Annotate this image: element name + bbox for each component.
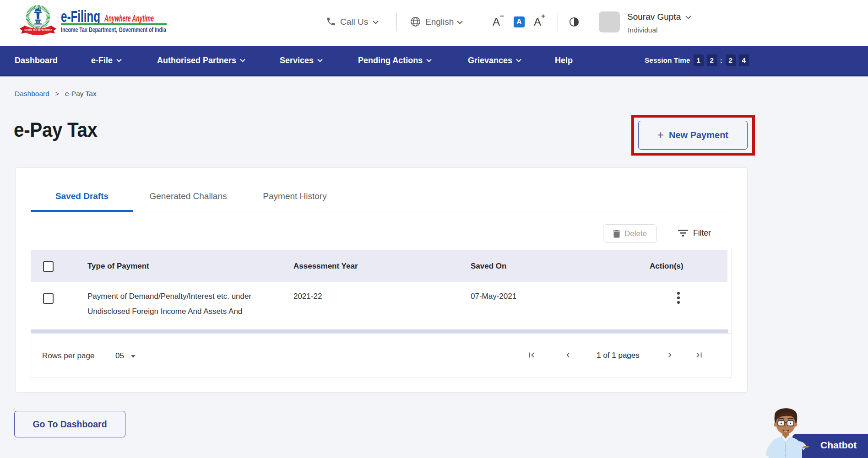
language-chevron-icon (457, 21, 463, 24)
cell-type-of-payment: Payment of Demand/Penalty/Interest etc. … (75, 282, 293, 329)
session-digit: 2 (707, 54, 717, 66)
nav-grievances[interactable]: Grievances (468, 46, 521, 75)
col-assessment-year: Assessment Year (293, 262, 471, 271)
breadcrumb-current: e-Pay Tax (65, 90, 97, 98)
breadcrumb: Dashboard > e-Pay Tax (15, 90, 97, 98)
brand-wordmark: e-Filing Anywhere Anytime Income Tax Dep… (61, 9, 173, 36)
first-page-button[interactable] (526, 350, 537, 360)
table-row: Payment of Demand/Penalty/Interest etc. … (31, 282, 732, 329)
main-navbar: Dashboard e-File Authorised Partners Ser… (0, 46, 868, 76)
horizontal-scrollbar[interactable] (31, 329, 728, 333)
brand-subtitle-text: Income Tax Department, Government of Ind… (61, 26, 167, 33)
col-saved-on: Saved On (471, 262, 650, 271)
svg-text:INCOME TAX DEPARTMENT: INCOME TAX DEPARTMENT (24, 29, 52, 31)
table-header-row: Type of Payment Assessment Year Saved On… (31, 250, 732, 282)
session-digit: 1 (694, 54, 704, 66)
page: INCOME TAX DEPARTMENT e-Filing Anywhere … (0, 0, 868, 458)
nav-dashboard[interactable]: Dashboard (15, 46, 58, 75)
tabs-divider (31, 212, 733, 212)
chevron-down-icon (426, 59, 432, 62)
nav-help[interactable]: Help (555, 46, 573, 75)
new-payment-label: New Payment (669, 130, 728, 140)
phone-icon (326, 16, 336, 27)
font-decrease-button[interactable]: A− (493, 15, 504, 28)
rows-per-page-select[interactable]: 05 (115, 351, 124, 361)
chatbot-assistant-character (761, 402, 810, 458)
header-divider (480, 13, 480, 31)
active-tab-indicator (31, 210, 133, 212)
select-all-checkbox[interactable] (43, 261, 54, 272)
trash-icon (613, 230, 620, 238)
page-status: 1 of 1 pages (593, 351, 643, 360)
contrast-toggle-icon[interactable] (569, 17, 579, 27)
filter-icon (678, 230, 688, 237)
row-actions-menu[interactable] (677, 292, 680, 306)
header-divider (558, 13, 558, 31)
call-us-label[interactable]: Call Us (340, 17, 368, 27)
tab-payment-history[interactable]: Payment History (243, 181, 347, 212)
tab-generated-challans[interactable]: Generated Challans (133, 181, 243, 212)
next-page-button[interactable] (665, 350, 675, 360)
session-digit: 4 (739, 54, 749, 66)
col-type-of-payment: Type of Payment (75, 262, 293, 271)
brand-green-rule (61, 23, 167, 25)
payments-card: Saved Drafts Generated Challans Payment … (15, 167, 748, 393)
nav-authorised-partners[interactable]: Authorised Partners (157, 46, 245, 75)
chatbot-label: Chatbot (820, 440, 857, 451)
plus-icon: + (657, 129, 664, 140)
row-checkbox[interactable] (43, 293, 54, 304)
delete-button[interactable]: Delete (603, 224, 657, 243)
chevron-down-icon (516, 59, 521, 62)
brand-tagline-text: Anywhere Anytime (104, 13, 154, 23)
user-menu-chevron-icon (685, 16, 691, 19)
saved-drafts-table: Type of Payment Assessment Year Saved On… (31, 250, 732, 333)
new-payment-button[interactable]: + New Payment (638, 121, 748, 150)
chevron-down-icon (317, 59, 323, 62)
delete-label: Delete (624, 229, 647, 238)
page-title: e-Pay Tax (14, 119, 98, 141)
nav-pending-actions[interactable]: Pending Actions (358, 46, 432, 75)
session-time-label: Session Time (645, 56, 690, 65)
col-actions: Action(s) (650, 262, 732, 271)
chevron-down-icon (116, 59, 122, 62)
filter-label: Filter (693, 228, 711, 238)
header-divider (396, 13, 397, 31)
cell-saved-on: 07-May-2021 (471, 282, 650, 329)
chevron-down-icon (240, 59, 245, 62)
rows-per-page-caret-icon (131, 355, 136, 358)
brand-title-text: e-Filing (61, 9, 100, 25)
filter-button[interactable]: Filter (678, 228, 711, 238)
nav-services[interactable]: Services (280, 46, 323, 75)
breadcrumb-dashboard-link[interactable]: Dashboard (15, 90, 49, 98)
session-digit: 2 (726, 54, 736, 66)
language-label[interactable]: English (425, 17, 454, 27)
session-colon: : (720, 57, 722, 65)
cell-assessment-year: 2021-22 (293, 282, 471, 329)
previous-page-button[interactable] (563, 350, 573, 360)
font-normal-button[interactable]: A (514, 16, 525, 27)
user-avatar[interactable] (599, 11, 620, 32)
top-header: INCOME TAX DEPARTMENT e-Filing Anywhere … (0, 0, 868, 46)
breadcrumb-separator: > (55, 90, 59, 97)
tab-saved-drafts[interactable]: Saved Drafts (31, 181, 133, 212)
go-to-dashboard-button[interactable]: Go To Dashboard (14, 411, 125, 437)
income-tax-emblem-logo: INCOME TAX DEPARTMENT (18, 4, 58, 37)
globe-icon (410, 16, 421, 27)
font-increase-button[interactable]: A+ (534, 15, 545, 28)
rows-per-page-label: Rows per page (42, 351, 94, 361)
pagination-bar: Rows per page 05 1 of 1 pages (31, 333, 732, 377)
last-page-button[interactable] (694, 350, 704, 360)
nav-e-file[interactable]: e-File (91, 46, 122, 75)
user-name[interactable]: Sourav Gupta (627, 12, 681, 22)
call-us-chevron-icon (373, 21, 379, 24)
session-timer: Session Time 1 2 : 2 4 (645, 46, 749, 75)
user-role: Individual (628, 26, 658, 34)
